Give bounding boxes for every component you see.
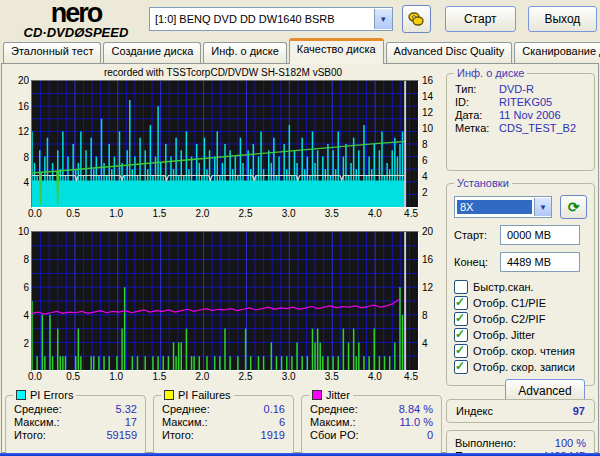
- pi-errors-chart: [32, 81, 418, 207]
- toolbar: nero CD·DVDØSPEED [1:0] BENQ DVD DD DW16…: [0, 0, 600, 38]
- exit-button-label: Выход: [544, 12, 580, 26]
- tab-label: Инф. о диске: [211, 45, 278, 57]
- stat-row: Среднее: 5.32: [6, 402, 145, 415]
- exit-button[interactable]: Выход: [528, 6, 597, 32]
- speed-select[interactable]: 8X ▼: [454, 196, 552, 218]
- tab[interactable]: Сканирование диска: [514, 42, 600, 63]
- tab-bar: Эталонный тест Создание диска Инф. о дис…: [0, 38, 600, 63]
- stat-value: 59159: [106, 429, 137, 441]
- pi-failures-plot: [31, 231, 419, 371]
- checkbox-label: Отобр. C2/PIF: [473, 313, 545, 325]
- settings-group: Установки 8X ▼ ⟳ Старт: 0000 MB Конец: 4…: [446, 183, 595, 386]
- chevron-down-icon[interactable]: ▼: [534, 198, 551, 216]
- status-value: 100 %: [555, 437, 586, 449]
- stat-panel-title: PI Failures: [178, 389, 231, 401]
- stat-row: Итого: 1919: [154, 428, 293, 441]
- stat-panels: PI Errors Среднее: 5.32 Ма: [5, 395, 442, 455]
- checkbox-row[interactable]: Отобр. Jitter: [454, 327, 587, 343]
- pi-failures-left-axis: 108642: [5, 231, 31, 371]
- logo-nero-text: nero: [3, 0, 149, 27]
- tab[interactable]: Инф. о диске: [203, 42, 286, 63]
- pi-errors-plot: [31, 80, 419, 208]
- settings-title: Установки: [454, 177, 512, 189]
- checkbox-icon[interactable]: [454, 296, 468, 310]
- stat-panel: PI Failures Среднее: 0.16: [153, 395, 294, 455]
- legend-color-icon: [164, 390, 174, 400]
- checkbox-label: Отобр. Jitter: [473, 329, 535, 341]
- stat-value: 11.0 %: [400, 416, 433, 428]
- eject-disc-button[interactable]: [402, 5, 431, 33]
- speed-select-value: 8X: [457, 200, 532, 214]
- checkbox-icon[interactable]: [454, 280, 468, 294]
- stat-value: 8.84 %: [399, 403, 433, 415]
- checkbox-row[interactable]: Отобр. скор. чтения: [454, 343, 587, 359]
- start-position-input[interactable]: 0000 MB: [500, 225, 580, 245]
- stat-row: Максим.: 11.0 %: [302, 415, 441, 428]
- index-label: Индекс: [456, 405, 493, 417]
- pi-errors-x-axis: 0.00.51.01.52.02.53.03.54.04.5: [30, 208, 418, 222]
- quality-index-panel: Индекс 97: [446, 399, 595, 423]
- tab[interactable]: Эталонный тест: [3, 42, 101, 63]
- legend-color-icon: [16, 390, 26, 400]
- refresh-icon: ⟳: [568, 199, 580, 215]
- stat-label: Максим.:: [14, 416, 60, 428]
- stat-panel: PI Errors Среднее: 5.32 Ма: [5, 395, 146, 455]
- stat-panel-title: PI Errors: [30, 389, 73, 401]
- disc-info-row: Метка: CDS_TEST_B2: [447, 121, 594, 134]
- stat-value: 1919: [261, 429, 285, 441]
- disc-info-label: Метка:: [455, 122, 499, 134]
- checkbox-icon[interactable]: [454, 360, 468, 374]
- drive-selector-value: [1:0] BENQ DVD DD DW1640 BSRB: [150, 13, 374, 25]
- stat-value: 5.32: [116, 403, 137, 415]
- stat-value: 6: [279, 416, 285, 428]
- start-button-label: Старт: [464, 12, 497, 26]
- pi-errors-chart-row: 20161284 161412108642: [5, 80, 442, 208]
- charts-column: recorded with TSSTcorpCD/DVDW SH-S182M v…: [5, 67, 442, 452]
- checkbox-icon[interactable]: [454, 344, 468, 358]
- status-row: Выполнено: 100 %: [447, 436, 594, 449]
- stat-row: Среднее: 8.84 %: [302, 402, 441, 415]
- tab-label: Сканирование диска: [522, 45, 600, 57]
- chevron-down-icon[interactable]: ▼: [374, 9, 392, 29]
- checkbox-label: Быстр.скан.: [473, 281, 534, 293]
- checkbox-label: Отобр. скор. чтения: [473, 345, 575, 357]
- start-field-label: Старт:: [454, 229, 500, 241]
- stat-label: Итого:: [14, 429, 46, 441]
- pi-errors-left-axis: 20161284: [5, 80, 31, 208]
- pi-failures-x-axis: 0.00.51.01.52.02.53.03.54.04.5: [30, 371, 418, 385]
- checkbox-icon[interactable]: [454, 328, 468, 342]
- stat-panel: Jitter Среднее: 8.84 % Мак: [301, 395, 442, 455]
- disc-tools-icon: [407, 11, 425, 27]
- stat-row: Максим.: 17: [6, 415, 145, 428]
- stat-panel-legend: PI Failures: [161, 389, 234, 401]
- checkbox-row[interactable]: Отобр. скор. записи: [454, 359, 587, 375]
- start-button[interactable]: Старт: [445, 6, 516, 32]
- checkbox-row[interactable]: Быстр.скан.: [454, 279, 587, 295]
- disc-info-value: 11 Nov 2006: [499, 109, 561, 121]
- checkbox-row[interactable]: Отобр. C2/PIF: [454, 311, 587, 327]
- tab[interactable]: Создание диска: [103, 42, 201, 63]
- stat-row: Сбои PO: 0: [302, 428, 441, 441]
- tab[interactable]: Качество диска: [289, 38, 384, 64]
- stat-panel-legend: PI Errors: [13, 389, 76, 401]
- stat-row: Среднее: 0.16: [154, 402, 293, 415]
- checkbox-row[interactable]: Отобр. C1/PIE: [454, 295, 587, 311]
- pi-failures-chart: [32, 232, 418, 370]
- tab-label: Создание диска: [111, 45, 193, 57]
- refresh-button[interactable]: ⟳: [560, 195, 587, 219]
- tab-label: Advanced Disc Quality: [394, 45, 505, 57]
- stat-value: 0.16: [264, 403, 285, 415]
- end-field-label: Конец:: [454, 256, 500, 268]
- index-value: 97: [573, 405, 585, 417]
- disc-info-value: CDS_TEST_B2: [499, 122, 576, 134]
- stat-value: 0: [427, 429, 433, 441]
- stat-row: Максим.: 6: [154, 415, 293, 428]
- disc-info-group: Инф. о диске Тип: DVD-R ID: RITEKG05: [446, 73, 595, 171]
- checkbox-icon[interactable]: [454, 312, 468, 326]
- tab[interactable]: Advanced Disc Quality: [386, 42, 513, 63]
- end-position-input[interactable]: 4489 MB: [500, 252, 580, 272]
- drive-selector[interactable]: [1:0] BENQ DVD DD DW1640 BSRB ▼: [149, 7, 393, 31]
- disc-info-row: ID: RITEKG05: [447, 95, 594, 108]
- disc-info-value: DVD-R: [499, 83, 534, 95]
- jitter-right-axis: 20161284: [419, 231, 438, 371]
